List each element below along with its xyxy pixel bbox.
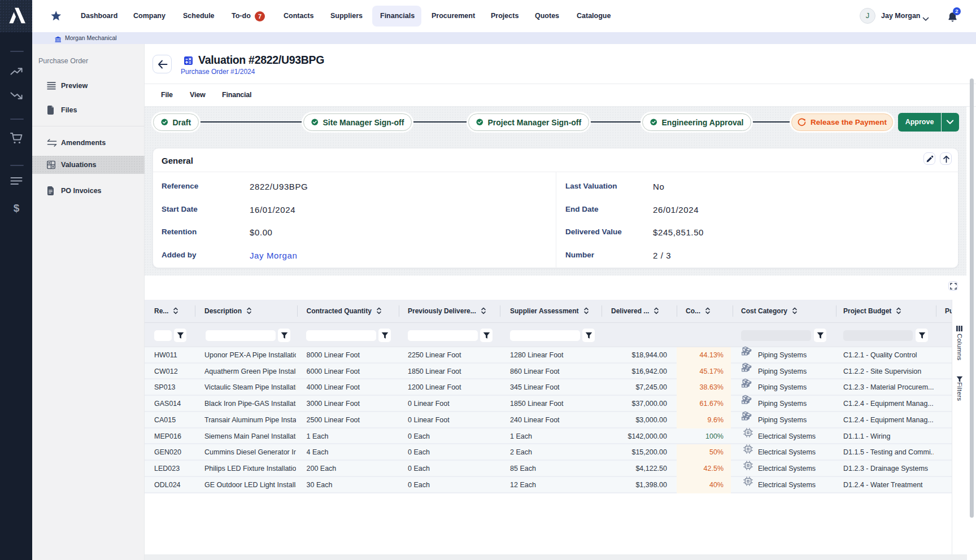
svg-text:$: $ — [13, 202, 19, 214]
